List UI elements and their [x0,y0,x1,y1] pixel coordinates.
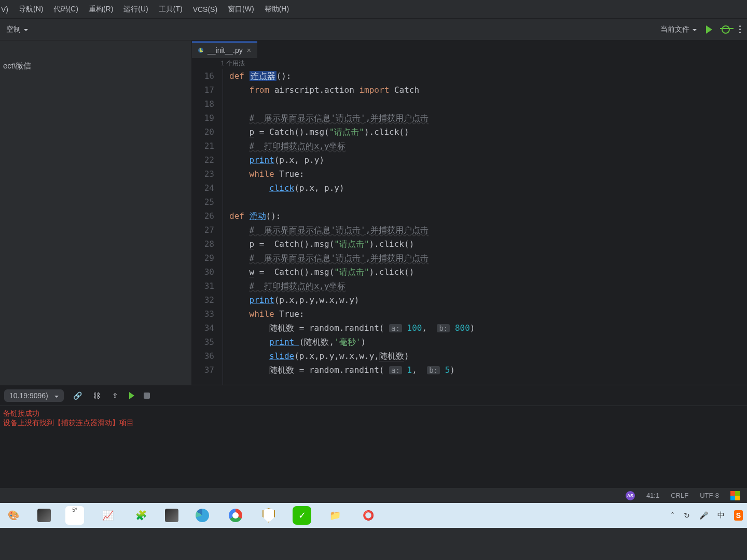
menu-bar: V) 导航(N) 代码(C) 重构(R) 运行(U) 工具(T) VCS(S) … [0,0,747,19]
run-icon[interactable] [706,25,712,34]
gutter: 1617181920212223242526272829303132333435… [192,69,223,385]
run-toolbar: 10.19:9096) 🔗 ⛓ ⇪ [0,385,747,406]
code[interactable]: def 连点器(): from airscript.action import … [223,69,475,385]
caret-position[interactable]: 41:1 [646,492,659,499]
output-line: 设备上没有找到【捕获连点器滑动】项目 [3,418,744,428]
tree-node[interactable]: ect\微信 [3,61,188,71]
usage-hint[interactable]: 1 个用法 [192,58,747,69]
run-tool-window: 10.19:9096) 🔗 ⛓ ⇪ 备链接成功 设备上没有找到【捕获连点器滑动】… [0,385,747,487]
menu-item-run[interactable]: 运行(U) [123,5,148,14]
taskbar-app[interactable]: 🧩 [132,506,150,525]
ms-logo-icon [730,491,740,500]
weather-widget[interactable]: 5° [65,506,84,525]
python-file-icon: 🐍 [198,48,203,53]
ime-indicator[interactable]: 中 [717,511,725,520]
run-small-icon[interactable] [129,392,134,399]
link-icon[interactable]: 🔗 [73,391,82,400]
menu-item-code[interactable]: 代码(C) [53,5,78,14]
taskbar-app[interactable]: ⭕ [359,506,378,525]
close-icon[interactable]: × [247,46,251,54]
tray-app-icon[interactable]: S [734,510,743,521]
editor: 🐍 __init__.py × 1 个用法 161718192021222324… [192,40,747,385]
sync-icon[interactable]: ↻ [684,511,690,520]
status-bar: AS 41:1 CRLF UTF-8 [0,487,747,503]
defender-icon[interactable] [259,506,278,525]
debug-icon[interactable] [722,25,730,34]
mic-icon[interactable]: 🎤 [699,511,708,520]
stop-icon[interactable] [144,393,150,399]
menu-item-view[interactable]: V) [1,5,8,13]
chevron-down-icon [51,391,59,400]
menu-item-tools[interactable]: 工具(T) [159,5,183,14]
file-encoding[interactable]: UTF-8 [700,492,719,499]
taskbar-app[interactable] [37,509,51,522]
editor-tabs: 🐍 __init__.py × [192,40,747,58]
pycharm-icon[interactable] [165,509,178,522]
unlink-icon[interactable]: ⛓ [92,391,101,400]
run-config-dropdown[interactable]: 当前文件 [660,25,697,34]
taskbar-app[interactable]: 🎨 [4,506,23,525]
tab-label: __init__.py [208,46,243,54]
taskbar-app[interactable]: 📈 [99,506,117,525]
toolbar-left-dropdown[interactable]: 空制 [6,25,28,34]
run-output[interactable]: 备链接成功 设备上没有找到【捕获连点器滑动】项目 [0,406,747,431]
edge-icon[interactable] [193,506,212,525]
explorer-icon[interactable]: 📁 [326,506,344,525]
project-tree[interactable]: ect\微信 [0,40,192,385]
menu-item-refactor[interactable]: 重构(R) [89,5,113,14]
menu-item-vcs[interactable]: VCS(S) [193,5,217,13]
windows-taskbar: 🎨 5° 📈 🧩 ✓ 📁 ⭕ ˄ ↻ 🎤 中 S [0,503,747,528]
menu-item-navigate[interactable]: 导航(N) [19,5,43,14]
main-toolbar: 空制 当前文件 [0,19,747,40]
device-selector[interactable]: 10.19:9096) [4,389,64,402]
more-icon[interactable] [739,25,741,33]
output-line: 备链接成功 [3,409,744,418]
ide-badge-icon[interactable]: AS [626,491,635,500]
line-separator[interactable]: CRLF [671,492,688,499]
chrome-icon[interactable] [226,506,245,525]
upload-icon[interactable]: ⇪ [110,391,120,400]
wechat-icon[interactable]: ✓ [293,506,311,525]
menu-item-help[interactable]: 帮助(H) [265,5,289,14]
tab-init-py[interactable]: 🐍 __init__.py × [192,41,257,58]
menu-item-window[interactable]: 窗口(W) [228,5,254,14]
tray-chevron-icon[interactable]: ˄ [671,511,674,520]
